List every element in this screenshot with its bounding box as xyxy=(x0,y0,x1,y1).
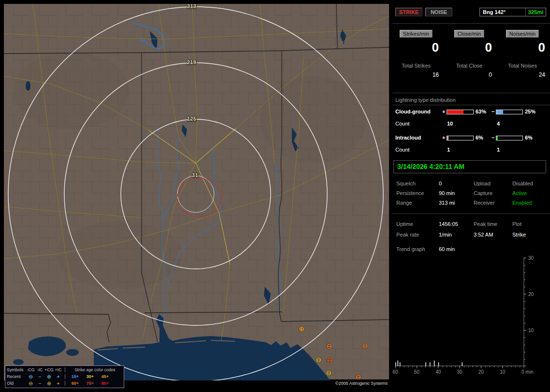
legend-col-ic-minus: -IC xyxy=(35,367,44,372)
range-ring-label-219: 219 xyxy=(187,60,197,65)
bearing-value: Bng 142° xyxy=(480,9,506,15)
strikes-per-min-value: 0 xyxy=(393,41,439,54)
trend-spike xyxy=(438,363,439,366)
persistence-label: Persistence xyxy=(396,190,424,196)
age-code-60: 60+ xyxy=(68,381,83,386)
trend-graph-value: 60 min xyxy=(439,246,455,252)
radar-map[interactable]: 313 219 125 31 ⊕⊖⊖⊖⊖⊖⊖ xyxy=(4,4,389,380)
range-value: 313 mi xyxy=(439,200,455,206)
trend-spike xyxy=(400,363,401,366)
minus-sign: − xyxy=(492,109,494,114)
age-code-90: 90+ xyxy=(98,381,113,386)
close-per-min-button[interactable]: Close/min xyxy=(454,30,485,38)
intracloud-label: Intracloud xyxy=(395,135,421,140)
old-cg-plus-icon: ⊕ xyxy=(44,381,54,386)
plot-label: Plot xyxy=(512,221,521,227)
squelch-value: 0 xyxy=(439,181,442,186)
trend-spike xyxy=(462,363,463,366)
trend-spike xyxy=(397,361,398,366)
total-noises-value: 24 xyxy=(500,71,545,78)
peak-rate-value: 1/min xyxy=(439,232,452,238)
ic-count-label: Count xyxy=(395,147,409,153)
recent-cg-minus-icon: ⊖ xyxy=(26,374,35,379)
x-tick-60: 60 xyxy=(392,369,398,375)
legend-header-row: Symbols -CG -IC +CG +IC Strike age color… xyxy=(7,366,122,373)
copyright-text: ©2005 Astrogenic Systems xyxy=(330,379,389,388)
y-tick-20: 20 xyxy=(528,292,534,297)
uptime-label: Uptime xyxy=(396,221,413,227)
x-tick-30: 30 xyxy=(457,369,463,375)
legend-col-cg-minus: -CG xyxy=(26,367,35,372)
total-strikes-label: Total Strikes xyxy=(393,63,439,69)
legend-col-cg-plus: +CG xyxy=(44,367,54,372)
plot-value: Strike xyxy=(512,232,526,238)
range-ring-label-313: 313 xyxy=(187,4,197,9)
age-code-30: 30+ xyxy=(83,374,98,379)
x-tick-20: 20 xyxy=(478,369,484,375)
noises-per-min-button[interactable]: Noises/min xyxy=(506,30,539,38)
recent-ic-minus-icon: − xyxy=(35,374,44,379)
legend-old-row: Old ⊖ − ⊕ + 60+ 75+ 90+ xyxy=(7,380,122,387)
trend-spike xyxy=(425,363,426,366)
age-code-45: 45+ xyxy=(98,374,113,379)
recent-cg-plus-icon: ⊕ xyxy=(44,374,54,379)
strikes-per-min-button[interactable]: Strikes/min xyxy=(400,30,433,38)
cg-count-label: Count xyxy=(395,121,409,126)
y-tick-10: 10 xyxy=(528,328,534,333)
receiver-value: Enabled xyxy=(512,200,532,206)
plus-sign: + xyxy=(442,109,445,114)
trend-graph-chart: 30 20 10 60 50 40 30 20 10 0 min xyxy=(392,255,550,385)
cg-negative-pct: 25% xyxy=(525,109,536,114)
y-tick-30: 30 xyxy=(528,255,534,261)
peak-time-label: Peak time xyxy=(474,221,497,227)
divider xyxy=(392,105,550,105)
datetime-box: 3/14/2026 4:20:11 AM xyxy=(393,160,546,173)
cloud-ground-label: Cloud-ground xyxy=(395,109,431,114)
legend-old-label: Old xyxy=(7,381,26,386)
capture-label: Capture xyxy=(474,190,492,196)
age-code-15: 15+ xyxy=(68,374,83,379)
ic-positive-bar xyxy=(447,136,474,140)
total-close-value: 0 xyxy=(447,71,492,78)
ic-positive-pct: 6% xyxy=(476,135,483,140)
bearing-readout: Bng 142° 325mi xyxy=(479,8,546,16)
divider xyxy=(392,93,550,93)
noises-per-min-value: 0 xyxy=(500,41,545,54)
cg-positive-bar xyxy=(447,110,474,114)
range-label: Range xyxy=(396,200,412,206)
upload-label: Upload xyxy=(474,181,491,186)
x-tick-40: 40 xyxy=(435,369,441,375)
cg-negative-count: 4 xyxy=(497,121,500,126)
legend-age-header: Strike age color codes xyxy=(68,367,122,372)
trend-spike xyxy=(395,363,396,366)
legend-col-ic-plus: +IC xyxy=(54,367,63,372)
old-ic-minus-icon: − xyxy=(35,381,44,386)
strike-mode-button[interactable]: STRIKE xyxy=(395,8,422,16)
datetime-value: 3/14/2026 4:20:11 AM xyxy=(394,161,546,173)
noise-mode-button[interactable]: NOISE xyxy=(425,8,452,16)
cg-negative-bar xyxy=(496,110,523,114)
map-legend: Symbols -CG -IC +CG +IC Strike age color… xyxy=(5,365,124,388)
close-per-min-value: 0 xyxy=(447,41,492,54)
trend-spike xyxy=(434,361,435,366)
receiver-label: Receiver xyxy=(474,200,494,206)
x-tick-0-min: 0 min xyxy=(521,369,533,375)
ic-negative-pct: 6% xyxy=(525,135,533,140)
divider xyxy=(392,23,550,24)
trend-graph-label: Trend graph xyxy=(396,246,425,252)
x-tick-10: 10 xyxy=(500,369,506,375)
divider xyxy=(392,213,550,214)
cg-positive-pct: 63% xyxy=(476,109,486,114)
legend-recent-label: Recent xyxy=(7,374,26,379)
capture-value: Active xyxy=(512,190,527,196)
bearing-distance: 325mi xyxy=(525,8,546,16)
ic-positive-count: 1 xyxy=(447,147,450,153)
peak-time-value: 3:52 AM xyxy=(474,232,493,238)
peak-rate-label: Peak rate xyxy=(396,232,419,238)
trend-spike xyxy=(430,363,431,366)
old-cg-minus-icon: ⊖ xyxy=(26,381,35,386)
age-code-75: 75+ xyxy=(83,381,98,386)
legend-symbols-header: Symbols xyxy=(7,367,26,372)
old-ic-plus-icon: + xyxy=(54,381,63,386)
plus-sign: + xyxy=(442,135,445,140)
